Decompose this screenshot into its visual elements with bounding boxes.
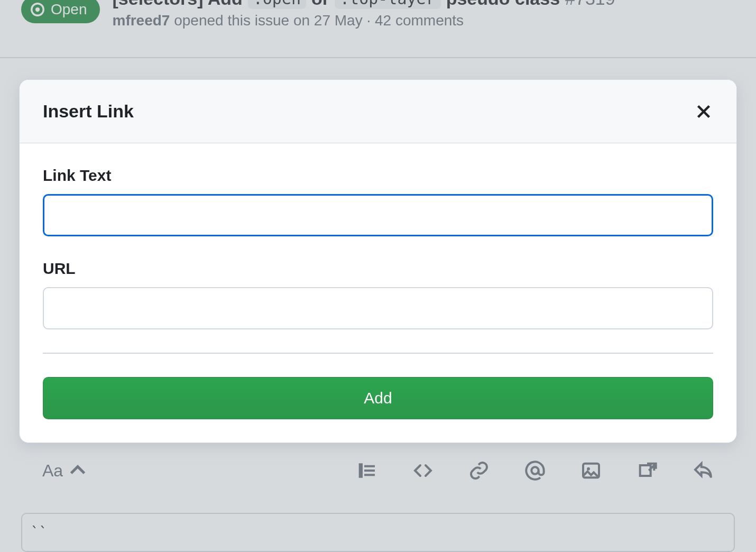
link-text-group: Link Text [43,167,713,236]
add-button[interactable]: Add [43,377,713,419]
url-input[interactable] [43,287,713,329]
modal-header: Insert Link [20,80,736,143]
url-label: URL [43,260,713,278]
insert-link-modal: Insert Link Link Text URL Add [19,79,737,443]
close-button[interactable] [694,102,713,121]
modal-body: Link Text URL Add [20,143,736,443]
link-text-label: Link Text [43,167,713,185]
modal-divider [43,353,713,354]
close-icon [694,102,713,121]
modal-title: Insert Link [43,101,134,122]
link-text-input[interactable] [43,194,713,236]
url-group: URL [43,260,713,329]
